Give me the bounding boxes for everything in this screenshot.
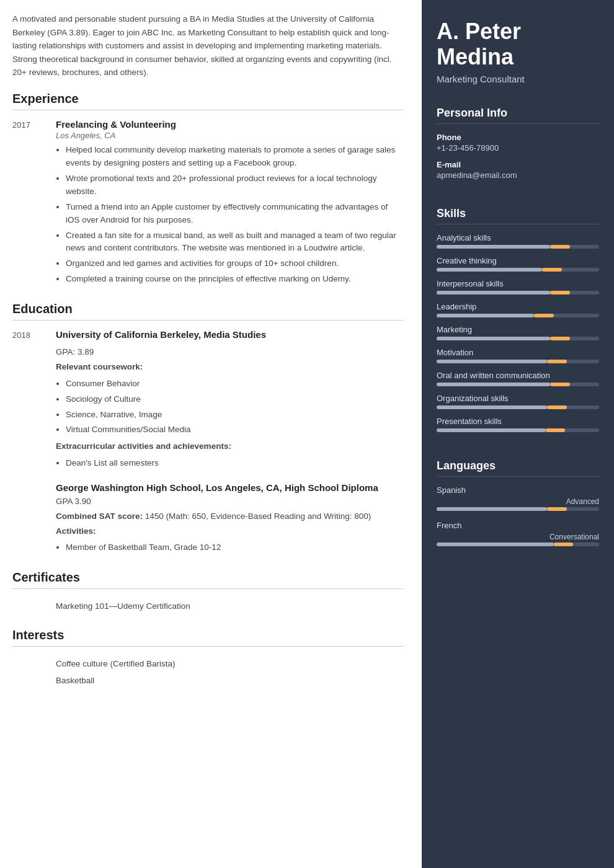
lang-name-0: Spanish	[437, 485, 599, 495]
experience-year-0: 2017	[12, 119, 56, 288]
skill-name-6: Oral and written communication	[437, 371, 599, 380]
education-entry-1: George Washington High School, Los Angel…	[12, 482, 403, 557]
skill-item-4: Marketing	[437, 325, 599, 340]
skill-name-4: Marketing	[437, 325, 599, 334]
skill-item-7: Organizational skills	[437, 394, 599, 409]
email-value: apmedina@email.com	[437, 170, 599, 180]
skill-bar-1	[437, 268, 599, 272]
course-2: Science, Narrative, Image	[66, 409, 403, 422]
certificates-section: Certificates Marketing 101—Udemy Certifi…	[12, 570, 403, 614]
skills-title: Skills	[437, 207, 599, 224]
skill-bar-5	[437, 360, 599, 363]
education-year-0: 2018	[12, 329, 56, 472]
skill-item-0: Analytical skills	[437, 233, 599, 249]
skill-bar-8	[437, 428, 599, 432]
right-header: A. Peter Medina Marketing Consultant	[422, 0, 614, 97]
experience-location-0: Los Angeles, CA	[56, 131, 403, 140]
skill-bar-6	[437, 383, 599, 386]
skill-bar-2	[437, 291, 599, 294]
lang-level-1: Conversational	[437, 533, 599, 541]
bullet-1: Wrote promotional texts and 20+ professi…	[66, 172, 403, 198]
education-content-1: George Washington High School, Los Angel…	[56, 482, 403, 557]
lang-bar-0	[437, 507, 599, 511]
experience-content-0: Freelancing & Volunteering Los Angeles, …	[56, 119, 403, 288]
skill-name-8: Presentation skills	[437, 417, 599, 426]
skill-name-2: Interpersonal skills	[437, 279, 599, 288]
certificates-title: Certificates	[12, 570, 403, 589]
summary: A motivated and personable student pursu…	[12, 12, 403, 79]
education-coursework-label: Relevant coursework:	[56, 361, 403, 373]
education-title-0: University of California Berkeley, Media…	[56, 329, 403, 340]
skill-bar-3	[437, 314, 599, 317]
education-content-0: University of California Berkeley, Media…	[56, 329, 403, 472]
education-entry-0: 2018 University of California Berkeley, …	[12, 329, 403, 472]
experience-title-0: Freelancing & Volunteering	[56, 119, 403, 130]
skill-item-5: Motivation	[437, 348, 599, 363]
education-activities-label: Activities:	[56, 525, 403, 538]
education-extra-0: Dean's List all semesters	[56, 457, 403, 470]
education-extra-label: Extracurricular activities and achieveme…	[56, 440, 403, 453]
skill-item-8: Presentation skills	[437, 417, 599, 432]
bullet-5: Completed a training course on the princ…	[66, 273, 403, 286]
languages-title: Languages	[437, 459, 599, 477]
activity-0: Member of Basketball Team, Grade 10-12	[66, 541, 403, 554]
cert-year-0	[12, 598, 56, 614]
interest-1: Basketball	[56, 672, 403, 689]
candidate-name: A. Peter Medina	[437, 19, 599, 70]
skills-section: Skills Analytical skills Creative thinki…	[422, 197, 614, 450]
education-gpa-0: GPA: 3.89	[56, 346, 403, 358]
skill-item-3: Leadership	[437, 302, 599, 317]
candidate-title: Marketing Consultant	[437, 74, 599, 84]
skill-item-1: Creative thinking	[437, 256, 599, 272]
email-label: E-mail	[437, 160, 599, 169]
education-coursework-0: Consumer Behavior Sociology of Culture S…	[56, 378, 403, 437]
interest-year	[12, 655, 56, 689]
skill-item-2: Interpersonal skills	[437, 279, 599, 294]
skills-list: Analytical skills Creative thinking Inte…	[437, 233, 599, 432]
extra-0: Dean's List all semesters	[66, 457, 403, 470]
cert-content-0: Marketing 101—Udemy Certification	[56, 598, 403, 614]
lang-bar-1	[437, 542, 599, 546]
cert-item-0: Marketing 101—Udemy Certification	[56, 598, 403, 614]
phone-value: +1-23-456-78900	[437, 143, 599, 153]
bullet-4: Organized and led games and activities f…	[66, 257, 403, 270]
skill-name-5: Motivation	[437, 348, 599, 357]
education-title-1: George Washington High School, Los Angel…	[56, 482, 403, 493]
bullet-0: Helped local community develop marketing…	[66, 144, 403, 170]
cert-entry-0: Marketing 101—Udemy Certification	[12, 598, 403, 614]
education-sat: Combined SAT score: 1450 (Math: 650, Evi…	[56, 510, 403, 523]
bullet-3: Created a fan site for a musical band, a…	[66, 229, 403, 255]
languages-section: Languages Spanish Advanced French Conver…	[422, 450, 614, 566]
lang-item-0: Spanish Advanced	[437, 485, 599, 511]
skill-bar-4	[437, 337, 599, 340]
lang-name-1: French	[437, 521, 599, 530]
languages-list: Spanish Advanced French Conversational	[437, 485, 599, 546]
experience-title: Experience	[12, 92, 403, 110]
interests-section: Interests Coffee culture (Certified Bari…	[12, 628, 403, 689]
skill-bar-7	[437, 405, 599, 409]
experience-entry-0: 2017 Freelancing & Volunteering Los Ange…	[12, 119, 403, 288]
experience-bullets-0: Helped local community develop marketing…	[56, 144, 403, 286]
bullet-2: Turned a friend into an Apple customer b…	[66, 201, 403, 227]
skill-name-1: Creative thinking	[437, 256, 599, 265]
education-year-1	[12, 482, 56, 557]
course-1: Sociology of Culture	[66, 393, 403, 406]
education-activities-1: Member of Basketball Team, Grade 10-12	[56, 541, 403, 554]
course-0: Consumer Behavior	[66, 378, 403, 391]
personal-info-section: Personal Info Phone +1-23-456-78900 E-ma…	[422, 97, 614, 197]
education-gpa-1: GPA 3.90	[56, 495, 403, 508]
education-title: Education	[12, 302, 403, 321]
education-section: Education 2018 University of California …	[12, 302, 403, 557]
left-column: A motivated and personable student pursu…	[0, 0, 422, 868]
lang-item-1: French Conversational	[437, 521, 599, 546]
right-column: A. Peter Medina Marketing Consultant Per…	[422, 0, 614, 868]
course-3: Virtual Communities/Social Media	[66, 423, 403, 436]
interests-title: Interests	[12, 628, 403, 647]
interest-0: Coffee culture (Certified Barista)	[56, 655, 403, 672]
experience-section: Experience 2017 Freelancing & Volunteeri…	[12, 92, 403, 288]
skill-name-3: Leadership	[437, 302, 599, 311]
interest-entry: Coffee culture (Certified Barista) Baske…	[12, 655, 403, 689]
interest-content: Coffee culture (Certified Barista) Baske…	[56, 655, 403, 689]
personal-info-title: Personal Info	[437, 107, 599, 124]
skill-name-7: Organizational skills	[437, 394, 599, 403]
